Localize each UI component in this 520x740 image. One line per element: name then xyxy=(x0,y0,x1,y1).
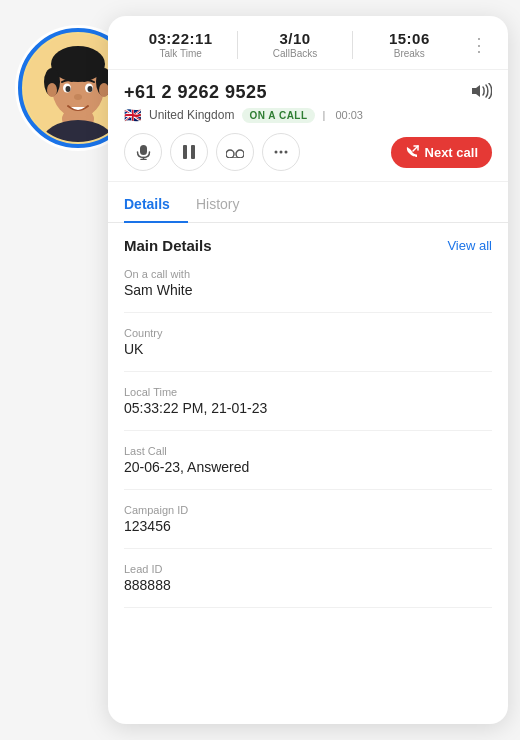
pause-button[interactable] xyxy=(170,133,208,171)
divider-2 xyxy=(124,371,492,372)
svg-point-12 xyxy=(88,86,93,92)
country-item: Country UK xyxy=(124,327,492,357)
svg-point-11 xyxy=(66,86,71,92)
divider-3 xyxy=(124,430,492,431)
divider-1 xyxy=(124,312,492,313)
tab-details[interactable]: Details xyxy=(124,186,188,223)
next-call-label: Next call xyxy=(425,145,478,160)
country-value: UK xyxy=(124,341,492,357)
campaign-id-value: 123456 xyxy=(124,518,492,534)
svg-rect-18 xyxy=(191,145,195,159)
phone-number: +61 2 9262 9525 xyxy=(124,82,267,103)
divider-4 xyxy=(124,489,492,490)
main-card: 03:22:11 Talk Time 3/10 CallBacks 15:06 … xyxy=(108,16,508,724)
tabs: Details History xyxy=(108,186,508,223)
next-call-button[interactable]: Next call xyxy=(391,137,492,168)
section-title: Main Details xyxy=(124,237,212,254)
lead-id-label: Lead ID xyxy=(124,563,492,575)
on-call-badge: ON A CALL xyxy=(242,108,314,123)
svg-point-23 xyxy=(280,151,283,154)
local-time-label: Local Time xyxy=(124,386,492,398)
on-call-with-item: On a call with Sam White xyxy=(124,268,492,298)
last-call-label: Last Call xyxy=(124,445,492,457)
divider-5 xyxy=(124,548,492,549)
callbacks-stat: 3/10 CallBacks xyxy=(238,30,351,59)
talk-time-label: Talk Time xyxy=(160,48,202,59)
last-call-value: 20-06-23, Answered xyxy=(124,459,492,475)
action-buttons: Next call xyxy=(124,133,492,171)
talk-time-stat: 03:22:11 Talk Time xyxy=(124,30,237,59)
campaign-id-item: Campaign ID 123456 xyxy=(124,504,492,534)
separator: | xyxy=(323,109,326,121)
last-call-item: Last Call 20-06-23, Answered xyxy=(124,445,492,475)
view-all-link[interactable]: View all xyxy=(447,238,492,253)
country-name: United Kingdom xyxy=(149,108,234,122)
country-label: Country xyxy=(124,327,492,339)
on-call-with-value: Sam White xyxy=(124,282,492,298)
stats-bar: 03:22:11 Talk Time 3/10 CallBacks 15:06 … xyxy=(108,16,508,70)
svg-rect-14 xyxy=(140,145,147,155)
callbacks-label: CallBacks xyxy=(273,48,317,59)
section-header: Main Details View all xyxy=(124,237,492,254)
speaker-icon[interactable] xyxy=(470,83,492,103)
more-options-icon[interactable]: ⋮ xyxy=(466,32,492,58)
voicemail-button[interactable] xyxy=(216,133,254,171)
phone-section: +61 2 9262 9525 🇬🇧 United Kingdom ON A C… xyxy=(108,70,508,182)
svg-point-24 xyxy=(285,151,288,154)
local-time-item: Local Time 05:33:22 PM, 21-01-23 xyxy=(124,386,492,416)
call-timer: 00:03 xyxy=(335,109,363,121)
country-flag: 🇬🇧 xyxy=(124,107,141,123)
svg-point-20 xyxy=(236,150,244,158)
svg-point-19 xyxy=(226,150,234,158)
divider-6 xyxy=(124,607,492,608)
callbacks-value: 3/10 xyxy=(279,30,310,47)
details-section: Main Details View all On a call with Sam… xyxy=(108,223,508,725)
mute-button[interactable] xyxy=(124,133,162,171)
lead-id-item: Lead ID 888888 xyxy=(124,563,492,593)
talk-time-value: 03:22:11 xyxy=(149,30,213,47)
breaks-value: 15:06 xyxy=(389,30,430,47)
tab-history[interactable]: History xyxy=(196,186,258,223)
breaks-stat: 15:06 Breaks xyxy=(353,30,466,59)
svg-rect-17 xyxy=(183,145,187,159)
local-time-value: 05:33:22 PM, 21-01-23 xyxy=(124,400,492,416)
on-call-with-label: On a call with xyxy=(124,268,492,280)
svg-point-13 xyxy=(74,94,82,100)
svg-point-22 xyxy=(275,151,278,154)
more-button[interactable] xyxy=(262,133,300,171)
breaks-label: Breaks xyxy=(394,48,425,59)
campaign-id-label: Campaign ID xyxy=(124,504,492,516)
svg-point-7 xyxy=(47,83,57,97)
lead-id-value: 888888 xyxy=(124,577,492,593)
